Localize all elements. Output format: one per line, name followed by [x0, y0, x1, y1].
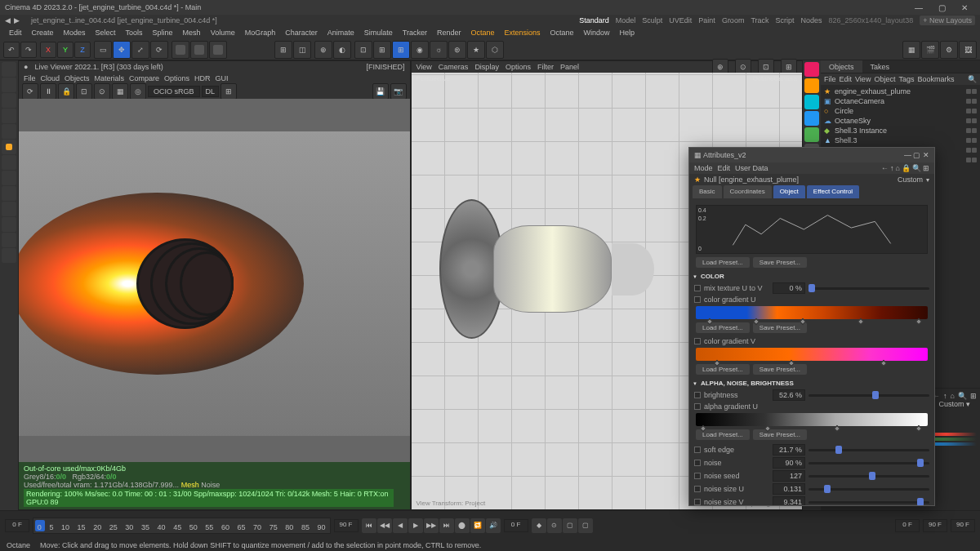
param-checkbox[interactable] — [694, 486, 701, 492]
param-checkbox[interactable] — [694, 447, 701, 453]
lv-menu-hdr[interactable]: HDR — [194, 74, 211, 82]
param-slider[interactable] — [808, 287, 929, 290]
attr-mode-dropdown[interactable]: Custom — [938, 400, 964, 408]
param-checkbox[interactable] — [694, 499, 701, 505]
attr-tab-object[interactable]: Object — [773, 185, 805, 198]
layout-track[interactable]: Track — [751, 16, 768, 24]
timeline-start-field[interactable]: 0 F — [5, 519, 29, 532]
tab-takes[interactable]: Takes — [862, 60, 898, 73]
lv-focus-icon[interactable]: ◎ — [130, 83, 146, 100]
axis-x-button[interactable]: X — [40, 42, 56, 58]
lv-menu-gui[interactable]: GUI — [216, 74, 229, 82]
palette-icon[interactable] — [804, 78, 819, 93]
param-checkbox[interactable] — [694, 285, 701, 291]
window-close[interactable]: ✕ — [954, 1, 975, 14]
attr-min-icon[interactable]: — — [904, 151, 911, 159]
layout-sculpt[interactable]: Sculpt — [642, 16, 662, 24]
toolbar-icon[interactable]: ⊛ — [448, 41, 466, 59]
undo-button[interactable]: ↶ — [3, 42, 20, 58]
param-checkbox[interactable] — [694, 403, 701, 410]
menu-render[interactable]: Render — [433, 29, 466, 37]
attr-nav-icon[interactable]: 🔍 — [958, 392, 967, 400]
lv-lock-icon[interactable]: 🔒 — [58, 83, 74, 100]
lv-channel-icon[interactable]: ⊞ — [220, 83, 237, 100]
live-viewer-lock-icon[interactable]: ● — [24, 63, 28, 71]
menu-window[interactable]: Window — [580, 29, 614, 37]
attr-menu-userdata[interactable]: User Data — [735, 164, 768, 172]
lv-menu-options[interactable]: Options — [164, 74, 189, 82]
save-preset-button[interactable]: Save Preset... — [753, 257, 807, 268]
menu-tools[interactable]: Tools — [122, 29, 147, 37]
attr-close-icon[interactable]: ✕ — [923, 151, 929, 159]
layout-uvedit[interactable]: UVEdit — [669, 16, 692, 24]
timeline-ruler[interactable]: 0510 152025 303540 455055 606570 758085 … — [33, 518, 331, 534]
alpha-gradient-u[interactable] — [696, 413, 928, 426]
layout-groom[interactable]: Groom — [722, 16, 745, 24]
param-value[interactable]: 0 % — [773, 282, 805, 294]
tab-objects[interactable]: Objects — [821, 60, 862, 73]
palette-icon[interactable] — [804, 111, 819, 126]
param-slider[interactable] — [808, 488, 929, 491]
mode-edges[interactable] — [2, 109, 16, 123]
mode-tool[interactable] — [2, 248, 16, 263]
param-slider[interactable] — [808, 462, 929, 464]
attr-search-icon[interactable]: 🔍 — [912, 164, 921, 172]
toolbar-icon[interactable]: ◐ — [333, 41, 351, 59]
attr-tab-basic[interactable]: Basic — [693, 185, 722, 198]
menu-animate[interactable]: Animate — [323, 29, 359, 37]
toolbar-icon[interactable]: ⊞ — [392, 41, 410, 59]
param-slider[interactable] — [808, 394, 929, 397]
mode-object[interactable] — [2, 140, 16, 154]
transport-prevkey[interactable]: ◀◀ — [377, 518, 392, 533]
menu-spline[interactable]: Spline — [149, 29, 177, 37]
menu-octane-2[interactable]: Octane — [546, 29, 578, 37]
mode-tool[interactable] — [2, 217, 16, 232]
menu-edit[interactable]: Edit — [5, 29, 26, 37]
range-start-field[interactable]: 0 F — [895, 519, 920, 532]
attr-nav-home-icon[interactable]: ⌂ — [896, 164, 900, 172]
transport-loop[interactable]: 🔁 — [470, 518, 485, 533]
obj-menu-edit[interactable]: Edit — [840, 75, 853, 83]
lv-save-icon[interactable]: 💾 — [372, 83, 389, 100]
param-value[interactable]: 90 % — [773, 457, 805, 469]
lv-menu-compare[interactable]: Compare — [129, 74, 159, 82]
timeline-end-field[interactable]: 90 F — [334, 519, 359, 532]
attr-max-icon[interactable]: ▢ — [913, 151, 920, 159]
mode-model[interactable] — [2, 62, 16, 77]
menu-simulate[interactable]: Simulate — [360, 29, 397, 37]
transport-play[interactable]: ▶ — [408, 518, 423, 533]
toolbar-icon[interactable]: ⊡ — [354, 41, 372, 59]
menu-volume[interactable]: Volume — [207, 29, 239, 37]
toolbar-icon[interactable]: ☼ — [430, 41, 448, 59]
menu-tracker[interactable]: Tracker — [399, 29, 431, 37]
vp-menu-display[interactable]: Display — [474, 63, 499, 71]
vp-menu-view[interactable]: View — [416, 63, 432, 71]
param-value[interactable]: 9.341 — [773, 496, 805, 505]
lv-pick-icon[interactable]: ⊙ — [94, 83, 110, 100]
current-frame-field[interactable]: 0 F — [504, 519, 528, 532]
menu-create[interactable]: Create — [28, 29, 58, 37]
nav-back-icon[interactable]: ◀ — [5, 16, 11, 24]
param-value[interactable]: 127 — [773, 470, 805, 482]
param-checkbox[interactable] — [694, 460, 701, 466]
attr-nav-icon[interactable]: ⌂ — [951, 392, 955, 400]
toolbar-button[interactable] — [209, 41, 227, 59]
move-tool[interactable]: ✥ — [113, 41, 131, 59]
palette-icon[interactable] — [804, 127, 819, 142]
lv-snapshot-icon[interactable]: 📷 — [390, 83, 407, 100]
transport-nextframe[interactable]: ▶▶ — [424, 518, 439, 533]
transport-end[interactable]: ⏭ — [439, 518, 454, 533]
attr-nav-up-icon[interactable]: ↑ — [890, 164, 894, 172]
lv-menu-objects[interactable]: Objects — [65, 74, 90, 82]
layout-model[interactable]: Model — [616, 16, 636, 24]
palette-icon[interactable] — [804, 62, 819, 77]
toolbar-icon[interactable]: ⊕ — [314, 41, 332, 59]
redo-button[interactable]: ↷ — [20, 42, 37, 58]
toolbar-icon[interactable]: ◉ — [411, 41, 429, 59]
render-view[interactable]: 🎬 — [921, 41, 939, 59]
color-gradient-u[interactable] — [696, 306, 928, 319]
mode-tool[interactable] — [2, 233, 16, 247]
vp-menu-cameras[interactable]: Cameras — [439, 63, 469, 71]
obj-menu-file[interactable]: File — [824, 75, 836, 83]
mode-tool[interactable] — [2, 171, 16, 185]
